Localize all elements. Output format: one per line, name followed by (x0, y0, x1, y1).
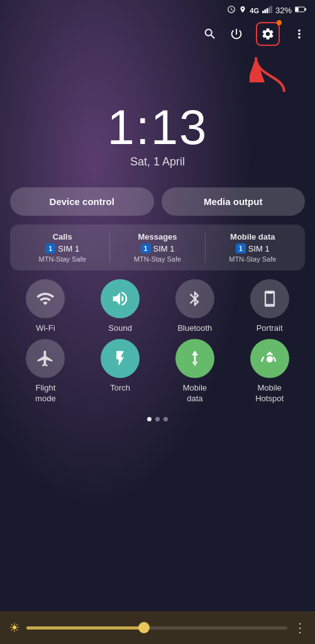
alarm-icon (227, 5, 236, 16)
sim-mobiledata-carrier: MTN-Stay Safe (229, 255, 276, 263)
brightness-more-icon[interactable]: ⋮ (294, 620, 306, 635)
hotspot-label: MobileHotspot (255, 383, 284, 404)
mobiledata-icon (175, 339, 214, 378)
svg-rect-0 (262, 11, 264, 13)
dot-3 (163, 417, 168, 421)
toggles-row-2: Flightmode Torch Mobiledata (0, 339, 315, 404)
portrait-label: Portrait (257, 323, 283, 334)
brightness-icon: ☀ (9, 620, 20, 635)
sim-calls[interactable]: Calls 1 SIM 1 MTN-Stay Safe (15, 232, 110, 263)
sound-label: Sound (108, 323, 132, 334)
sound-icon (101, 279, 140, 318)
bluetooth-label: Bluetooth (177, 323, 212, 334)
sim-calls-label: Calls (53, 232, 72, 242)
sim-messages-carrier: MTN-Stay Safe (134, 255, 181, 263)
svg-rect-6 (296, 8, 299, 11)
toggle-mobiledata[interactable]: Mobiledata (160, 339, 231, 404)
flightmode-label: Flightmode (35, 383, 56, 404)
pagination-dots (0, 413, 315, 425)
sim-mobiledata-label: Mobile data (230, 232, 275, 242)
battery-icon (295, 6, 306, 15)
status-bar: 4G 32% (0, 0, 315, 18)
bluetooth-icon (175, 279, 214, 318)
toggle-bluetooth[interactable]: Bluetooth (160, 279, 231, 334)
clock-area: 1:13 Sat, 1 April (0, 90, 315, 187)
settings-button-wrapper (256, 22, 280, 46)
sim-calls-badge: 1 (45, 243, 55, 253)
settings-highlight (256, 22, 280, 46)
toggle-portrait[interactable]: Portrait (234, 279, 305, 334)
toggle-hotspot[interactable]: MobileHotspot (234, 339, 305, 404)
dot-1 (147, 417, 152, 421)
search-button[interactable] (203, 27, 217, 41)
flightmode-icon (26, 339, 65, 378)
power-button[interactable] (229, 27, 243, 41)
hotspot-icon (250, 339, 289, 378)
toggle-torch[interactable]: Torch (85, 339, 156, 404)
portrait-icon (250, 279, 289, 318)
signal-icon (262, 5, 272, 16)
action-buttons: Device control Media output (0, 187, 315, 216)
sim-mobiledata-badge: 1 (236, 243, 246, 253)
settings-arrow (0, 51, 315, 95)
status-icons: 4G 32% (227, 5, 306, 16)
more-button[interactable] (292, 27, 306, 41)
toggles-row-1: Wi-Fi Sound Bluetooth (0, 279, 315, 334)
dot-2 (155, 417, 160, 421)
sim-mobiledata-number: 1 SIM 1 (236, 243, 270, 253)
brightness-thumb (138, 622, 150, 633)
quick-actions-bar (0, 18, 315, 50)
device-control-button[interactable]: Device control (10, 187, 154, 216)
battery-percent: 32% (275, 6, 292, 15)
settings-button[interactable] (260, 26, 276, 42)
svg-rect-2 (267, 8, 268, 13)
brightness-track[interactable] (26, 626, 287, 630)
sim-calls-carrier: MTN-Stay Safe (39, 255, 86, 263)
notification-dot (277, 20, 282, 25)
sim-messages-number: 1 SIM 1 (141, 243, 175, 253)
sim-messages-sim: SIM 1 (153, 244, 175, 253)
wifi-icon (26, 279, 65, 318)
sim-mobiledata[interactable]: Mobile data 1 SIM 1 MTN-Stay Safe (206, 232, 300, 263)
sim-calls-sim: SIM 1 (58, 244, 79, 253)
toggle-flightmode[interactable]: Flightmode (10, 339, 81, 404)
sim-messages-badge: 1 (141, 243, 151, 253)
sim-messages-label: Messages (138, 232, 177, 242)
svg-rect-1 (264, 9, 266, 13)
clock-time: 1:13 (108, 103, 208, 152)
sim-mobiledata-sim: SIM 1 (248, 244, 270, 253)
wifi-label: Wi-Fi (36, 323, 55, 334)
location-icon (239, 5, 246, 16)
brightness-bar: ☀ ⋮ (0, 611, 315, 644)
sim-calls-number: 1 SIM 1 (45, 243, 79, 253)
svg-rect-9 (267, 292, 272, 294)
4g-icon: 4G (250, 7, 259, 14)
toggle-sound[interactable]: Sound (85, 279, 156, 334)
torch-icon (101, 339, 140, 378)
brightness-fill (26, 626, 144, 630)
sim-panel: Calls 1 SIM 1 MTN-Stay Safe Messages 1 S… (10, 225, 305, 270)
svg-rect-7 (305, 8, 306, 11)
sim-messages[interactable]: Messages 1 SIM 1 MTN-Stay Safe (110, 232, 205, 263)
svg-rect-4 (270, 6, 272, 13)
toggle-wifi[interactable]: Wi-Fi (10, 279, 81, 334)
clock-date: Sat, 1 April (130, 155, 185, 169)
torch-label: Torch (110, 383, 130, 394)
media-output-button[interactable]: Media output (162, 187, 306, 216)
mobiledata-label: Mobiledata (183, 383, 207, 404)
svg-rect-3 (268, 7, 270, 13)
